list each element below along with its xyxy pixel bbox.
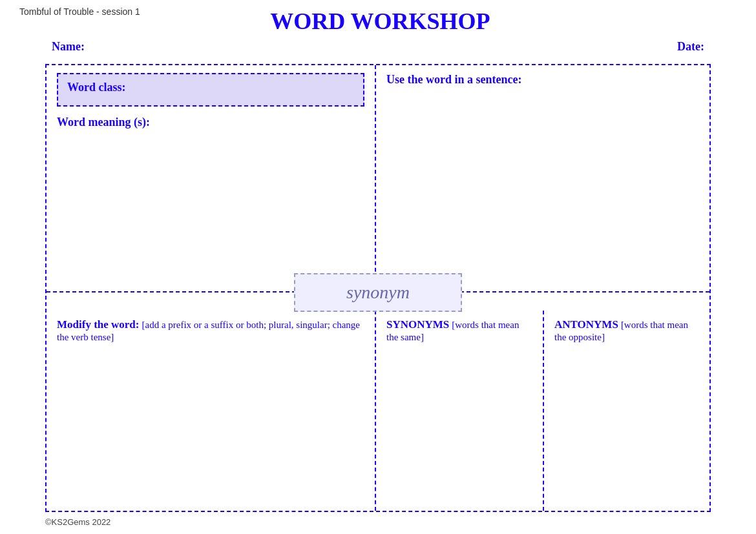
antonyms-panel: ANTONYMS [words that mean the opposite] bbox=[544, 311, 709, 511]
worksheet: Word class: Word meaning (s): Use the wo… bbox=[45, 64, 711, 512]
name-label: Name: bbox=[52, 40, 85, 54]
synonyms-label: SYNONYMS bbox=[386, 318, 449, 331]
word-class-box: Word class: bbox=[57, 73, 364, 107]
footer-text: ©KS2Gems 2022 bbox=[45, 517, 110, 527]
modify-label: Modify the word: bbox=[57, 318, 139, 331]
date-label: Date: bbox=[677, 40, 704, 54]
left-panel: Word class: Word meaning (s): bbox=[47, 65, 376, 291]
synonym-text: synonym bbox=[346, 282, 410, 302]
main-title: WORD WORKSHOP bbox=[140, 8, 620, 35]
antonyms-label: ANTONYMS bbox=[554, 318, 618, 331]
subtitle: Tombful of Trouble - session 1 bbox=[19, 6, 140, 17]
word-class-label: Word class: bbox=[67, 81, 126, 94]
right-panel: Use the word in a sentence: bbox=[376, 65, 709, 291]
synonym-box: synonym bbox=[294, 273, 462, 312]
synonyms-panel: SYNONYMS [words that mean the same] bbox=[376, 311, 544, 511]
word-meaning-label: Word meaning (s): bbox=[57, 116, 364, 129]
modify-panel: Modify the word: [add a prefix or a suff… bbox=[47, 311, 376, 511]
use-sentence-label: Use the word in a sentence: bbox=[386, 73, 699, 87]
